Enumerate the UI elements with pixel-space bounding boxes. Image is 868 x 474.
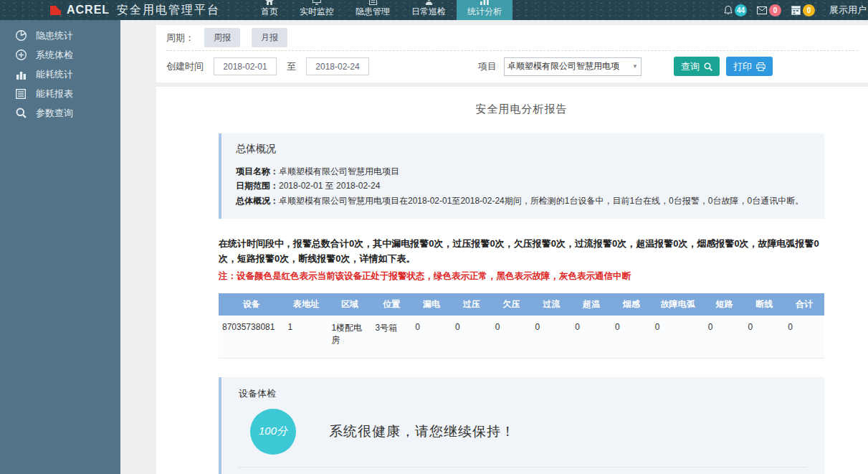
bell-icon [724,6,733,15]
sidebar-item-label: 系统体检 [36,49,73,62]
overview-section-title: 总体概况 [236,143,810,156]
cell-meter-address: 1 [284,316,328,359]
health-score-badge: 100分 [250,409,296,455]
chevron-down-icon: ▼ [632,63,638,70]
message-group[interactable]: 0 [757,4,781,16]
cell-area: 1楼配电房 [328,316,371,359]
project-select-value: 卓顺塑模有限公司智慧用电项 [507,60,631,72]
plus-circle-icon [14,49,27,60]
period-monthly-button[interactable]: 月报 [252,28,287,47]
overview-date-line: 日期范围：2018-02-01 至 2018-02-24 [236,179,810,193]
envelope-icon [757,6,767,14]
color-legend-note: 注：设备颜色是红色表示当前该设备正处于报警状态，绿色表示正常，黑色表示故障，灰色… [219,270,824,283]
cell-overvoltage: 0 [452,316,492,359]
col-area: 区域 [328,293,371,316]
col-undervoltage: 欠压 [492,293,532,316]
nav-label: 首页 [261,6,278,18]
printer-icon [756,62,766,71]
alarm-table: 设备 表地址 区域 位置 漏电 过压 欠压 过流 超温 烟感 故障电弧 短路 断… [219,293,824,359]
date-range-label: 日期范围： [236,181,279,191]
main-content: 周期： 周报 月报 创建时间 至 项目 卓顺塑模有限公司智慧用电项 ▼ 查询 打… [120,20,868,474]
cell-arc-fault: 0 [652,316,705,359]
summary-value: 卓顺塑模有限公司智慧用电项目在2018-02-01至2018-02-24期间，所… [279,196,803,206]
brand-acrel: ACREL [67,4,110,16]
health-message: 系统很健康，请您继续保持！ [329,422,515,441]
cell-short-circuit: 0 [705,316,745,359]
cell-undervoltage: 0 [492,316,532,359]
col-short-circuit: 短路 [705,293,745,316]
report-panel: 安全用电分析报告 总体概况 项目名称：卓顺塑模有限公司智慧用电项目 日期范围：2… [156,87,868,474]
col-meter-address: 表地址 [284,293,328,316]
monitor-icon [313,0,321,5]
task-group[interactable]: 0 [791,4,815,16]
sidebar-item-system-checkup[interactable]: 系统体检 [0,45,120,65]
summary-label: 总体概况： [236,196,279,206]
sidebar-item-energy-statistics[interactable]: 能耗统计 [0,65,120,84]
period-label: 周期： [166,32,194,44]
alarm-stats-paragraph: 在统计时间段中，报警总数合计0次，其中漏电报警0次，过压报警0次，欠压报警0次，… [219,237,824,267]
col-total: 合计 [784,293,824,316]
to-label: 至 [287,60,296,73]
print-button[interactable]: 打印 [726,57,773,76]
calendar-icon [791,6,801,15]
alarm-bell-group[interactable]: 44 [724,4,747,16]
cell-line-break: 0 [744,316,784,359]
nav-right: 44 0 0 展示用户 [724,0,868,20]
sidebar-item-label: 参数查询 [36,107,73,120]
date-range-value: 2018-02-01 至 2018-02-24 [279,181,380,191]
period-row: 周期： 周报 月报 [166,25,858,51]
project-label: 项目 [478,60,497,73]
col-overcurrent: 过流 [531,293,571,316]
print-button-label: 打印 [733,60,752,73]
bar-chart-icon [14,70,27,80]
col-line-break: 断线 [744,293,784,316]
table-row: 87035738081 1 1楼配电房 3号箱 0 0 0 0 0 0 0 0 … [219,316,824,359]
col-overvoltage: 过压 [452,293,492,316]
overview-section: 总体概况 项目名称：卓顺塑模有限公司智慧用电项目 日期范围：2018-02-01… [219,133,824,219]
project-name-value: 卓顺塑模有限公司智慧用电项目 [279,166,399,176]
pie-chart-icon [14,30,27,41]
report-title: 安全用电分析报告 [219,87,824,116]
date-to-input[interactable] [306,57,369,75]
stats-chart-icon [480,0,489,5]
cell-overcurrent: 0 [531,316,571,359]
search-icon [14,108,27,118]
cell-location: 3号箱 [371,316,411,359]
brand: ACREL 安全用电管理平台 [0,0,220,20]
sidebar-item-label: 隐患统计 [36,29,73,42]
user-menu[interactable]: 展示用户 [829,4,867,16]
sidebar-item-hazard-statistics[interactable]: 隐患统计 [0,26,120,45]
nav-item-realtime-monitor[interactable]: 实时监控 [289,0,345,20]
created-time-label: 创建时间 [166,60,204,73]
period-weekly-button[interactable]: 周报 [204,28,240,47]
cell-total: 0 [784,316,824,359]
col-leakage: 漏电 [411,293,452,316]
project-select[interactable]: 卓顺塑模有限公司智慧用电项 ▼ [504,57,642,76]
filter-panel: 周期： 周报 月报 创建时间 至 项目 卓顺塑模有限公司智慧用电项 ▼ 查询 打… [156,25,868,82]
nav-item-home[interactable]: 首页 [250,0,289,20]
col-smoke: 烟感 [611,293,652,316]
overview-project-line: 项目名称：卓顺塑模有限公司智慧用电项目 [236,164,810,179]
query-button[interactable]: 查询 [674,57,720,76]
col-arc-fault: 故障电弧 [652,293,705,316]
col-location: 位置 [371,293,411,316]
sidebar-item-parameter-query[interactable]: 参数查询 [0,103,120,123]
sidebar-item-label: 能耗统计 [36,68,73,81]
device-health-section: 设备体检 100分 系统很健康，请您继续保持！ 共检查了7项，以下1项有隐患 V… [219,377,824,474]
overview-lines: 项目名称：卓顺塑模有限公司智慧用电项目 日期范围：2018-02-01 至 20… [236,164,810,208]
nav-item-hazard-management[interactable]: 隐患管理 [345,0,401,20]
device-id-link[interactable]: 87035738081 [219,316,284,359]
alarm-count-badge: 44 [735,4,747,16]
nav-item-statistics-analysis[interactable]: 统计分析 [457,0,512,20]
date-from-input[interactable] [214,57,277,75]
nav-item-daily-inspection[interactable]: 日常巡检 [401,0,457,20]
top-navbar: ACREL 安全用电管理平台 首页 实时监控 隐患管理 日常巡检 [0,0,868,20]
nav-label: 隐患管理 [356,6,390,18]
sidebar-item-energy-report[interactable]: 能耗报表 [0,84,120,103]
nav-label: 统计分析 [467,6,502,18]
search-icon [704,62,712,71]
check-summary: 共检查了7项，以下1项有隐患 [239,468,807,474]
task-count-badge: 0 [803,4,815,16]
col-overtemp: 超温 [571,293,611,316]
cell-smoke: 0 [611,316,652,359]
